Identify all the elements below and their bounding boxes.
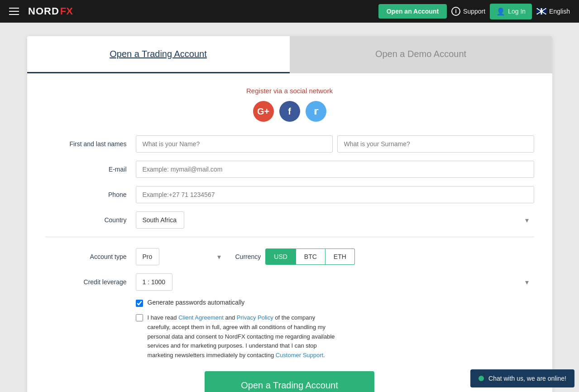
section-divider — [45, 237, 534, 237]
first-last-names-row: First and last names — [45, 135, 534, 153]
country-select-wrapper: South Africa — [136, 211, 534, 229]
country-select[interactable]: South Africa — [136, 211, 184, 229]
generate-passwords-checkbox[interactable] — [136, 300, 143, 307]
first-name-input[interactable] — [136, 135, 333, 153]
account-type-row: Account type Pro Currency USD BTC ETH — [45, 248, 534, 265]
login-button[interactable]: 👤 Log In — [490, 4, 532, 19]
logo-fx: FX — [60, 5, 73, 17]
tab-trading[interactable]: Open a Trading Account — [27, 36, 290, 73]
account-type-inputs: Pro Currency USD BTC ETH — [136, 248, 534, 265]
facebook-login-button[interactable]: f — [279, 101, 300, 122]
customer-support-link[interactable]: Customer Support — [276, 352, 324, 359]
phone-label: Phone — [45, 191, 136, 198]
support-button[interactable]: i Support — [451, 7, 485, 16]
phone-row: Phone — [45, 186, 534, 203]
account-type-select[interactable]: Pro — [136, 248, 159, 265]
first-last-names-label: First and last names — [45, 140, 136, 148]
country-label: Country — [45, 216, 136, 224]
terms-text: I have read Client Agreement and Privacy… — [148, 313, 338, 360]
phone-input[interactable] — [136, 186, 534, 203]
currency-usd-button[interactable]: USD — [265, 249, 296, 265]
submit-button[interactable]: Open a Trading Account — [205, 371, 374, 392]
terms-mid: and — [224, 314, 237, 321]
surname-input[interactable] — [337, 135, 534, 153]
tabs: Open a Trading Account Open a Demo Accou… — [27, 36, 552, 73]
generate-passwords-row: Generate passwords automatically — [45, 299, 534, 307]
main-content: Open a Trading Account Open a Demo Accou… — [27, 36, 552, 392]
credit-leverage-label: Credit leverage — [45, 278, 136, 286]
terms-checkbox[interactable] — [136, 314, 143, 321]
chat-widget[interactable]: Chat with us, we are online! — [470, 369, 574, 387]
login-label: Log In — [508, 8, 526, 15]
country-row: Country South Africa — [45, 211, 534, 229]
support-label: Support — [463, 8, 485, 15]
credit-leverage-select-wrapper: 1 : 1000 — [136, 273, 534, 291]
privacy-policy-link[interactable]: Privacy Policy — [237, 314, 273, 321]
social-register: Register via a social network G+ f 𝕣 — [45, 87, 534, 122]
country-inputs: South Africa — [136, 211, 534, 229]
menu-icon[interactable] — [9, 8, 19, 15]
header: NORD FX Open an Account i Support 👤 Log … — [0, 0, 579, 23]
phone-inputs — [136, 186, 534, 203]
twitter-login-button[interactable]: 𝕣 — [306, 101, 326, 122]
currency-eth-button[interactable]: ETH — [325, 249, 355, 265]
logo-nord: NORD — [28, 5, 59, 17]
client-agreement-link[interactable]: Client Agreement — [178, 314, 224, 321]
currency-label: Currency — [235, 253, 261, 260]
submit-row: Open a Trading Account — [45, 371, 534, 392]
chat-online-indicator — [479, 376, 484, 381]
email-label: E-mail — [45, 166, 136, 173]
credit-leverage-inputs: 1 : 1000 — [136, 273, 534, 291]
info-icon: i — [451, 7, 460, 16]
credit-leverage-select[interactable]: 1 : 1000 — [136, 273, 172, 291]
terms-pre: I have read — [148, 314, 179, 321]
language-label: English — [549, 8, 570, 15]
form-area: Register via a social network G+ f 𝕣 Fir… — [27, 73, 552, 392]
user-icon: 👤 — [496, 7, 505, 16]
currency-buttons: USD BTC ETH — [265, 249, 355, 265]
tab-demo[interactable]: Open a Demo Account — [290, 36, 552, 73]
email-inputs — [136, 161, 534, 178]
email-input[interactable] — [136, 161, 534, 178]
header-right: Open an Account i Support 👤 Log In Engli… — [378, 4, 570, 19]
credit-leverage-row: Credit leverage 1 : 1000 — [45, 273, 534, 291]
flag-icon — [536, 8, 546, 14]
chat-label: Chat with us, we are online! — [488, 375, 566, 382]
name-inputs — [136, 135, 534, 153]
google-login-button[interactable]: G+ — [253, 101, 274, 122]
social-register-label: Register via a social network — [45, 87, 534, 95]
terms-row: I have read Client Agreement and Privacy… — [45, 313, 534, 360]
social-icons: G+ f 𝕣 — [45, 101, 534, 122]
account-type-select-wrapper: Pro — [136, 248, 226, 265]
account-type-label: Account type — [45, 253, 136, 260]
language-selector[interactable]: English — [536, 8, 570, 15]
open-account-button[interactable]: Open an Account — [378, 4, 447, 19]
logo: NORD FX — [28, 5, 73, 17]
email-row: E-mail — [45, 161, 534, 178]
generate-passwords-label: Generate passwords automatically — [148, 299, 245, 306]
currency-btc-button[interactable]: BTC — [296, 249, 325, 265]
terms-end: . — [323, 352, 325, 359]
